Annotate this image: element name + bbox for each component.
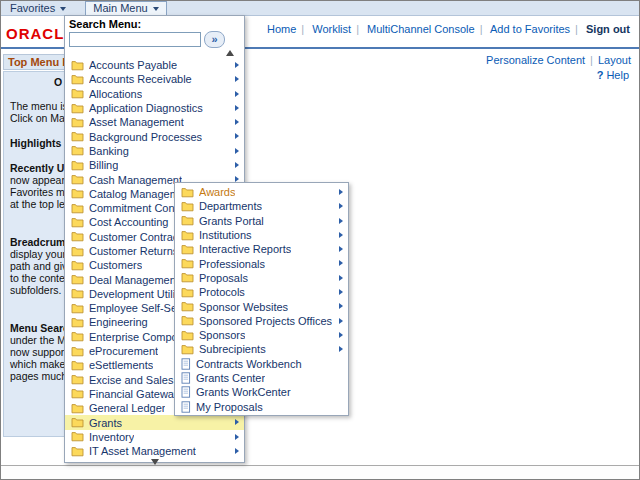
submenu-arrow-icon [235,434,239,440]
submenu-item[interactable]: My Proposals [175,399,348,413]
menu-item-label: Customer Contracts [89,231,187,243]
folder-icon [71,217,84,228]
folder-icon [71,403,84,414]
header-link-item: Add to Favorites| [490,23,583,35]
folder-icon [181,258,194,269]
header-link[interactable]: MultiChannel Console [367,23,475,35]
menu-item-label: Accounts Payable [89,59,177,71]
page-icon [181,386,191,398]
favorites-menu-button[interactable]: Favorites [3,1,73,15]
submenu-item[interactable]: Institutions [175,228,348,242]
folder-icon [71,331,84,342]
submenu-item[interactable]: Interactive Reports [175,242,348,256]
submenu-item-label: Awards [199,186,235,198]
submenu-item[interactable]: Awards [175,185,348,199]
menu-search-input[interactable] [69,32,201,47]
submenu-arrow-icon [235,91,239,97]
submenu-item[interactable]: Professionals [175,256,348,270]
menu-scroll-down-icon[interactable] [151,459,159,465]
submenu-item[interactable]: Contracts Workbench [175,357,348,371]
folder-icon [71,231,84,242]
menu-item-label: Grants [89,417,122,429]
submenu-arrow-icon [339,332,343,338]
menu-item-label: eSettlements [89,359,153,371]
header-link[interactable]: Worklist [312,23,351,35]
submenu-item-label: Protocols [199,286,245,298]
menu-item[interactable]: IT Asset Management [65,444,244,458]
menu-sort-row [65,48,244,57]
header-link[interactable]: Home [267,23,296,35]
help-icon: ? [597,69,604,81]
folder-icon [71,274,84,285]
folder-icon [71,131,84,142]
submenu-arrow-icon [235,419,239,425]
folder-icon [181,301,194,312]
menu-item-label: eProcurement [89,345,158,357]
submenu-item[interactable]: Grants WorkCenter [175,385,348,399]
header-link-list: Home| Worklist| MultiChannel Console| Ad… [267,23,586,35]
menu-item[interactable]: Application Diagnostics [65,101,244,115]
folder-icon [181,244,194,255]
submenu-item[interactable]: Grants Center [175,371,348,385]
sign-out-link[interactable]: Sign out [586,23,630,35]
caret-down-icon [153,7,159,11]
personalize-content-link[interactable]: Personalize Content [486,54,585,66]
submenu-item[interactable]: Protocols [175,285,348,299]
menu-item[interactable]: Asset Management [65,115,244,129]
submenu-item[interactable]: Subrecipients [175,342,348,356]
folder-icon [71,303,84,314]
menu-item-label: Financial Gateway [89,388,180,400]
peoplesoft-window: Favorites Main Menu ORACLE Home| Worklis… [0,0,640,480]
folder-icon [71,417,84,428]
submenu-item[interactable]: Grants Portal [175,214,348,228]
menu-item-label: Background Processes [89,131,202,143]
folder-icon [71,360,84,371]
menu-item[interactable]: Inventory [65,430,244,444]
submenu-item-label: Grants Center [196,372,265,384]
folder-icon [71,160,84,171]
submenu-arrow-icon [235,119,239,125]
menu-item[interactable]: Billing [65,158,244,172]
folder-icon [71,374,84,385]
folder-icon [71,74,84,85]
menu-item[interactable]: Banking [65,144,244,158]
layout-link[interactable]: Layout [598,54,631,66]
folder-icon [71,431,84,442]
menu-sort-icon[interactable] [226,50,234,56]
menu-item-label: Cost Accounting [89,216,169,228]
folder-icon [71,88,84,99]
folder-icon [71,288,84,299]
submenu-item[interactable]: Proposals [175,271,348,285]
search-go-button[interactable]: » [204,31,225,48]
submenu-arrow-icon [339,318,343,324]
menu-item-label: Asset Management [89,116,184,128]
favorites-label: Favorites [10,2,55,14]
menu-item[interactable]: Allocations [65,87,244,101]
menu-item[interactable]: Accounts Receivable [65,72,244,86]
submenu-item-label: Professionals [199,258,265,270]
menu-item[interactable]: Accounts Payable [65,58,244,72]
menu-item-label: Engineering [89,316,148,328]
link-separator: | [480,23,483,35]
submenu-item[interactable]: Sponsored Projects Offices [175,314,348,328]
submenu-item-label: Grants Portal [199,215,264,227]
menu-item-label: Billing [89,159,118,171]
submenu-item-label: Proposals [199,272,248,284]
menu-item[interactable]: Grants [65,415,244,429]
link-separator: | [575,23,578,35]
folder-icon [71,388,84,399]
main-menu-button[interactable]: Main Menu [85,1,166,15]
submenu-arrow-icon [235,76,239,82]
help-link[interactable]: Help [606,69,629,81]
submenu-item[interactable]: Sponsor Websites [175,299,348,313]
folder-icon [71,188,84,199]
folder-icon [181,187,194,198]
header-link[interactable]: Add to Favorites [490,23,570,35]
submenu-item-label: Sponsored Projects Offices [199,315,332,327]
menu-item[interactable]: Background Processes [65,129,244,143]
page-icon [181,358,191,370]
submenu-item[interactable]: Departments [175,199,348,213]
folder-icon [71,103,84,114]
submenu-arrow-icon [235,105,239,111]
submenu-item[interactable]: Sponsors [175,328,348,342]
